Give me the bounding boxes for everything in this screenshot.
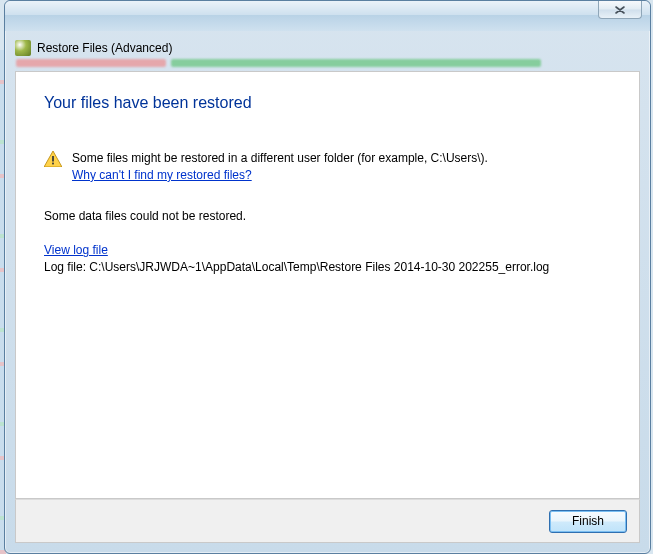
warning-row: Some files might be restored in a differ… bbox=[44, 150, 611, 184]
window-title: Restore Files (Advanced) bbox=[37, 41, 172, 55]
dialog-window: Restore Files (Advanced) Your files have… bbox=[4, 0, 651, 554]
titlebar bbox=[5, 1, 650, 31]
log-path: Log file: C:\Users\JRJWDA~1\AppData\Loca… bbox=[44, 260, 549, 274]
close-icon bbox=[611, 5, 629, 15]
body-area: Some files might be restored in a differ… bbox=[16, 120, 639, 276]
why-cant-find-link[interactable]: Why can't I find my restored files? bbox=[72, 167, 252, 184]
svg-rect-0 bbox=[52, 156, 54, 162]
close-button[interactable] bbox=[598, 1, 642, 19]
log-block: View log file Log file: C:\Users\JRJWDA~… bbox=[44, 242, 611, 276]
footer-bar: Finish bbox=[15, 499, 640, 543]
warning-icon bbox=[44, 151, 62, 167]
warning-text-block: Some files might be restored in a differ… bbox=[72, 150, 611, 184]
content-panel: Your files have been restored Some files… bbox=[15, 71, 640, 499]
error-paragraph: Some data files could not be restored. bbox=[44, 208, 611, 225]
obscured-background-bar bbox=[11, 57, 644, 71]
restore-files-icon bbox=[15, 40, 31, 56]
svg-rect-1 bbox=[52, 163, 54, 165]
finish-button[interactable]: Finish bbox=[549, 510, 627, 533]
page-heading: Your files have been restored bbox=[16, 72, 639, 120]
warning-message: Some files might be restored in a differ… bbox=[72, 150, 611, 167]
view-log-link[interactable]: View log file bbox=[44, 242, 108, 259]
